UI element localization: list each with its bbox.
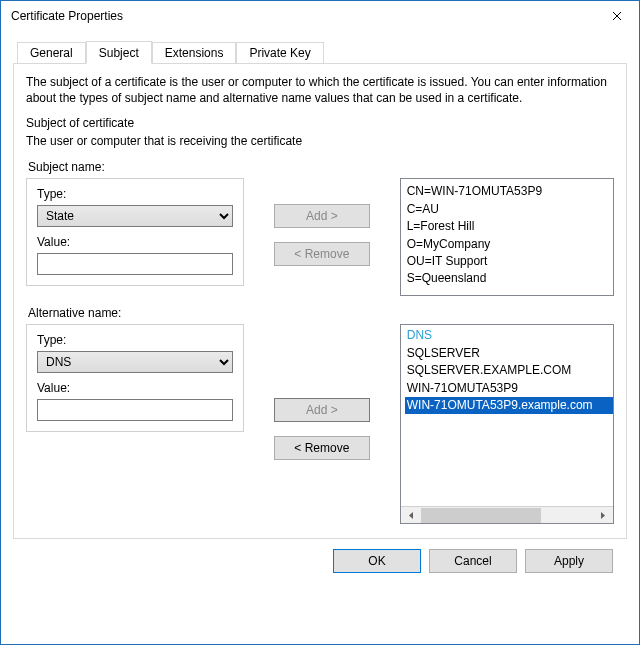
section-subtitle: The user or computer that is receiving t… <box>26 134 614 148</box>
scroll-left-icon[interactable] <box>403 508 420 523</box>
alt-add-button[interactable]: Add > <box>274 398 370 422</box>
tab-subject[interactable]: Subject <box>86 41 152 64</box>
subject-list-item[interactable]: C=AU <box>407 201 607 218</box>
alt-list-item[interactable]: SQLSERVER.EXAMPLE.COM <box>405 362 613 379</box>
subject-list[interactable]: CN=WIN-71OMUTA53P9 C=AU L=Forest Hill O=… <box>400 178 614 296</box>
close-icon <box>612 11 622 21</box>
subject-value-input[interactable] <box>37 253 233 275</box>
close-button[interactable] <box>594 1 639 31</box>
alt-list-item[interactable]: SQLSERVER <box>405 345 613 362</box>
ok-button[interactable]: OK <box>333 549 421 573</box>
subject-list-item[interactable]: O=MyCompany <box>407 236 607 253</box>
alt-type-label: Type: <box>37 333 233 347</box>
alt-list[interactable]: DNS SQLSERVER SQLSERVER.EXAMPLE.COM WIN-… <box>401 325 613 506</box>
panel-description: The subject of a certificate is the user… <box>26 74 614 106</box>
alt-value-label: Value: <box>37 381 233 395</box>
alt-list-box: DNS SQLSERVER SQLSERVER.EXAMPLE.COM WIN-… <box>400 324 614 524</box>
subject-add-button[interactable]: Add > <box>274 204 370 228</box>
subject-list-item[interactable]: S=Queensland <box>407 270 607 287</box>
cancel-button[interactable]: Cancel <box>429 549 517 573</box>
subject-remove-button[interactable]: < Remove <box>274 242 370 266</box>
alt-list-header: DNS <box>405 327 613 344</box>
subject-name-box: Type: State Value: <box>26 178 244 286</box>
scroll-track[interactable] <box>421 508 593 523</box>
scroll-right-icon[interactable] <box>594 508 611 523</box>
subject-list-item[interactable]: CN=WIN-71OMUTA53P9 <box>407 183 607 200</box>
subject-buttons-col: Add > < Remove <box>244 178 400 266</box>
subject-type-label: Type: <box>37 187 233 201</box>
titlebar: Certificate Properties <box>1 1 639 31</box>
window-title: Certificate Properties <box>11 9 123 23</box>
apply-button[interactable]: Apply <box>525 549 613 573</box>
tab-panel-subject: The subject of a certificate is the user… <box>13 63 627 539</box>
subject-list-item[interactable]: L=Forest Hill <box>407 218 607 235</box>
subject-value-label: Value: <box>37 235 233 249</box>
alt-name-row: Type: DNS Value: Add > < Remove DNS SQLS… <box>26 324 614 524</box>
tab-general[interactable]: General <box>17 42 86 63</box>
section-title: Subject of certificate <box>26 116 614 130</box>
alt-name-box: Type: DNS Value: <box>26 324 244 432</box>
subject-name-label: Subject name: <box>28 160 614 174</box>
tabstrip: General Subject Extensions Private Key <box>17 39 627 63</box>
alt-value-input[interactable] <box>37 399 233 421</box>
dialog-buttons: OK Cancel Apply <box>13 539 627 573</box>
tab-private-key[interactable]: Private Key <box>236 42 323 63</box>
alt-remove-button[interactable]: < Remove <box>274 436 370 460</box>
subject-type-select[interactable]: State <box>37 205 233 227</box>
alt-name-label: Alternative name: <box>28 306 614 320</box>
scroll-thumb[interactable] <box>421 508 541 523</box>
subject-name-row: Type: State Value: Add > < Remove CN=WIN… <box>26 178 614 296</box>
tab-extensions[interactable]: Extensions <box>152 42 237 63</box>
alt-type-select[interactable]: DNS <box>37 351 233 373</box>
alt-list-item[interactable]: WIN-71OMUTA53P9 <box>405 380 613 397</box>
alt-list-item-selected[interactable]: WIN-71OMUTA53P9.example.com <box>405 397 613 414</box>
alt-horizontal-scrollbar[interactable] <box>401 506 613 523</box>
alt-buttons-col: Add > < Remove <box>244 324 400 460</box>
subject-list-item[interactable]: OU=IT Support <box>407 253 607 270</box>
